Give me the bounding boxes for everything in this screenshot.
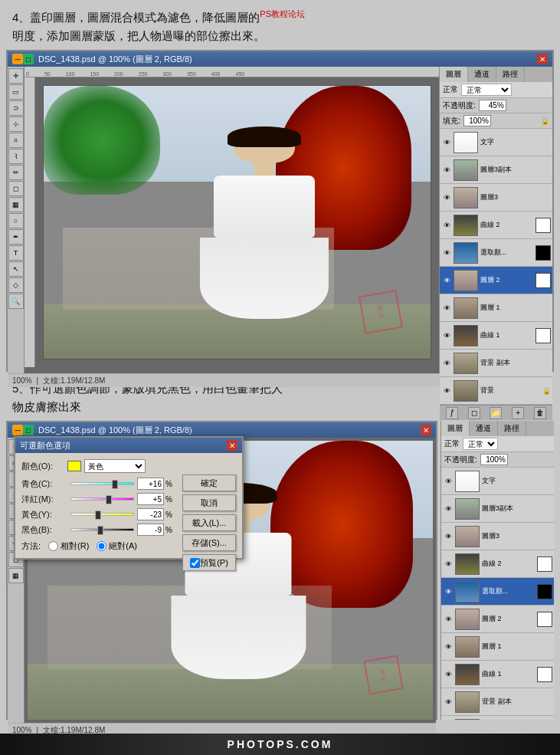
tool-eyedropper[interactable]: ⌇ [8,149,24,164]
fill-input-1[interactable] [463,115,491,126]
layer-item-7[interactable]: 👁曲線 1 [441,661,554,688]
magenta-slider-thumb[interactable] [106,495,112,504]
layer-item-1[interactable]: 👁圖層3副本 [441,495,554,523]
black-value[interactable]: -9 [137,524,164,536]
add-style-btn-1[interactable]: ƒ [446,407,458,419]
layer-item-0[interactable]: 👁文字 [440,129,552,156]
blend-mode-select-2[interactable]: 正常濾色 [463,438,498,450]
ps-btn-minimize-2[interactable]: ─ [12,425,23,435]
layer-item-4[interactable]: 👁選取顏... [440,239,552,267]
btn-preview[interactable]: 預覧(P) [182,554,236,571]
radio-relative[interactable] [48,541,58,551]
tool-eraser[interactable]: ◻ [8,181,24,196]
layer-item-8[interactable]: 👁背景 副本 [441,688,554,716]
btn-load[interactable]: 載入(L)... [182,514,236,531]
opacity-input-1[interactable] [479,100,506,111]
black-slider-thumb[interactable] [97,526,103,535]
btn-cancel[interactable]: 取消 [182,494,236,511]
yellow-slider-track[interactable] [70,513,134,516]
yellow-slider-thumb[interactable] [95,510,101,520]
tool-type[interactable]: T [8,245,24,261]
tool-shape[interactable]: ◇ [8,277,24,293]
magenta-slider-track[interactable] [70,497,134,501]
tool-move[interactable]: ✛ [8,68,24,84]
btn-ok[interactable]: 確定 [182,474,236,491]
tab-paths-1[interactable]: 路徑 [496,67,525,82]
tool-select-rect[interactable]: ▭ [8,84,24,100]
opacity-input-2[interactable] [480,454,508,465]
ps-btn-close-2[interactable]: ✕ [421,425,431,435]
layer-eye-2[interactable]: 👁 [443,531,454,542]
layer-eye-8[interactable]: 👁 [441,358,452,369]
layer-eye-1[interactable]: 👁 [443,504,454,514]
layer-eye-2[interactable]: 👁 [441,192,452,203]
tab-layers-1[interactable]: 圖層 [440,67,468,82]
tab-channels-1[interactable]: 通道 [468,67,496,82]
tab-paths-2[interactable]: 路徑 [498,421,526,436]
new-layer-btn-1[interactable]: + [512,407,524,419]
layer-item-4[interactable]: 👁選取顏... [441,578,554,606]
layer-eye-4[interactable]: 👁 [443,586,454,597]
layer-eye-7[interactable]: 👁 [443,669,454,680]
ps-btn-close-1[interactable]: ✕ [537,54,548,64]
layer-item-1[interactable]: 👁圖層3副本 [440,156,552,184]
layer-item-2[interactable]: 👁圖層3 [440,184,552,212]
layer-item-2[interactable]: 👁圖層3 [441,523,554,550]
layer-eye-3[interactable]: 👁 [443,559,454,570]
black-slider-track[interactable] [70,528,134,531]
tool-path-select[interactable]: ↖ [8,261,24,277]
layer-item-5[interactable]: 👁圖層 2 [440,267,552,294]
layer-eye-9[interactable]: 👁 [441,386,452,396]
layer-eye-1[interactable]: 👁 [441,165,452,176]
tool-crop[interactable]: ⌗ [8,133,24,148]
ps-btn-minimize-1[interactable]: ─ [12,54,23,64]
layer-eye-0[interactable]: 👁 [443,476,454,487]
layer-item-9[interactable]: 👁背景🔒 [440,377,552,405]
layer-item-7[interactable]: 👁曲線 1 [440,322,552,350]
tool-brush[interactable]: ✏ [8,165,24,180]
tab-channels-2[interactable]: 通道 [470,421,498,436]
layer-item-9[interactable]: 👁背景 [441,716,554,720]
layer-eye-0[interactable]: 👁 [441,137,452,148]
layer-item-5[interactable]: 👁圖層 2 [441,606,554,633]
layer-item-6[interactable]: 👁圖層 1 [441,633,554,661]
radio-absolute[interactable] [97,541,106,551]
yellow-value[interactable]: -23 [137,508,164,520]
layer-item-8[interactable]: 👁背景 副本 [440,350,552,377]
tool-lasso[interactable]: ⊃ [8,100,24,116]
tool-pen[interactable]: ✒ [8,229,24,245]
layer-item-3[interactable]: 👁曲線 2 [440,212,552,239]
blend-mode-select-1[interactable]: 正常濾色正片疊底 [461,84,512,96]
layer-eye-6[interactable]: 👁 [443,642,454,652]
tool-gradient[interactable]: ▦ [8,197,24,212]
cyan-value[interactable]: +16 [137,478,164,490]
cyan-slider-thumb[interactable] [112,480,118,489]
preview-checkbox[interactable] [190,558,200,568]
delete-layer-btn-1[interactable]: 🗑 [534,407,546,419]
layer-eye-8[interactable]: 👁 [443,697,454,707]
method-absolute[interactable]: 絕對(A) [97,540,137,552]
tool-zoom[interactable]: 🔍 [8,294,24,309]
layer-item-3[interactable]: 👁曲線 2 [441,550,554,578]
color-select[interactable]: 黃色紅色綠色青色 [84,459,146,473]
new-group-btn-1[interactable]: 📁 [490,407,502,419]
tool-magic-wand[interactable]: ⊹ [8,117,24,132]
magenta-value[interactable]: +5 [137,493,164,505]
add-mask-btn-1[interactable]: ◻ [468,407,480,419]
ps-btn-maximize-2[interactable]: □ [23,425,34,435]
layer-eye-5[interactable]: 👁 [443,614,454,625]
ps-btn-maximize-1[interactable]: □ [23,54,34,64]
method-relative[interactable]: 相對(R) [48,540,89,552]
layer-eye-4[interactable]: 👁 [441,248,452,258]
layer-eye-5[interactable]: 👁 [441,275,452,286]
btn-save[interactable]: 存儲(S)... [182,534,236,551]
layer-item-6[interactable]: 👁圖層 1 [440,294,552,322]
dialog-close-btn[interactable]: ✕ [227,440,237,451]
tool-dodge[interactable]: ○ [8,213,24,228]
layer-eye-6[interactable]: 👁 [441,303,452,313]
cyan-slider-track[interactable] [70,482,134,485]
layer-eye-7[interactable]: 👁 [441,330,452,341]
layer-eye-3[interactable]: 👁 [441,220,452,231]
tool2-gradient[interactable]: ▦ [8,568,24,583]
layer-item-0[interactable]: 👁文字 [441,468,554,495]
